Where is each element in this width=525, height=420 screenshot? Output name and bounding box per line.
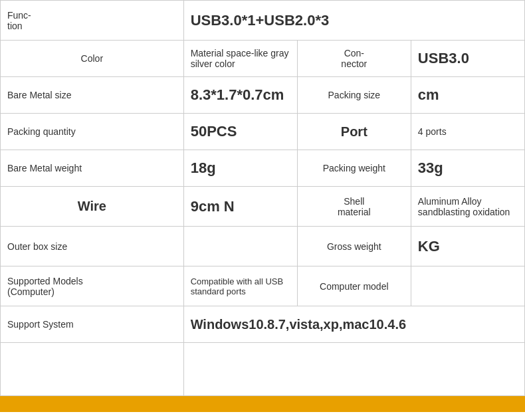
table-row: Packing quantity 50PCS Port 4 ports: [1, 114, 525, 150]
computer-model-label: Computer model: [297, 266, 411, 306]
gross-weight-value: KG: [411, 227, 524, 266]
color-label: Color: [1, 41, 184, 77]
function-label: Func- tion: [1, 1, 184, 41]
table-row: Support System Windows10.8.7,vista,xp,ma…: [1, 306, 525, 343]
table-row: Supported Models (Computer) Compatible w…: [1, 266, 525, 306]
connector-value: USB3.0: [411, 41, 524, 77]
support-system-label: Support System: [1, 306, 184, 343]
bottom-bar: [0, 396, 525, 412]
bare-metal-weight-label: Bare Metal weight: [1, 150, 184, 187]
table-row: Func- tion USB3.0*1+USB2.0*3: [1, 1, 525, 41]
table-row-empty: [1, 343, 525, 396]
gross-weight-label: Gross weight: [297, 227, 411, 266]
packing-weight-value: 33g: [411, 150, 524, 187]
packing-size-label: Packing size: [297, 77, 411, 114]
outer-box-size-value: [183, 227, 297, 266]
computer-model-value: [411, 266, 524, 306]
packing-size-value: cm: [411, 77, 524, 114]
wire-label: Wire: [1, 187, 184, 227]
packing-quantity-label: Packing quantity: [1, 114, 184, 150]
table-row: Bare Metal size 8.3*1.7*0.7cm Packing si…: [1, 77, 525, 114]
bare-metal-size-value: 8.3*1.7*0.7cm: [183, 77, 297, 114]
table-row: Color Material space-like gray silver co…: [1, 41, 525, 77]
table-row: Wire 9cm N Shell material Aluminum Alloy…: [1, 187, 525, 227]
outer-box-size-label: Outer box size: [1, 227, 184, 266]
wire-value: 9cm N: [183, 187, 297, 227]
support-system-value: Windows10.8.7,vista,xp,mac10.4.6: [183, 306, 524, 343]
packing-quantity-value: 50PCS: [183, 114, 297, 150]
empty-label: [1, 343, 184, 396]
color-value: Material space-like gray silver color: [183, 41, 297, 77]
packing-weight-label: Packing weight: [297, 150, 411, 187]
supported-models-value: Compatible with all USB standard ports: [183, 266, 297, 306]
shell-material-label: Shell material: [297, 187, 411, 227]
function-value: USB3.0*1+USB2.0*3: [183, 1, 524, 41]
bare-metal-weight-value: 18g: [183, 150, 297, 187]
empty-value: [183, 343, 524, 396]
port-label: Port: [297, 114, 411, 150]
bare-metal-size-label: Bare Metal size: [1, 77, 184, 114]
table-row: Bare Metal weight 18g Packing weight 33g: [1, 150, 525, 187]
connector-label: Con- nector: [297, 41, 411, 77]
shell-material-value: Aluminum Alloy sandblasting oxidation: [411, 187, 524, 227]
port-value: 4 ports: [411, 114, 524, 150]
supported-models-label: Supported Models (Computer): [1, 266, 184, 306]
table-row: Outer box size Gross weight KG: [1, 227, 525, 266]
product-specs-table: Func- tion USB3.0*1+USB2.0*3 Color Mater…: [0, 0, 525, 396]
